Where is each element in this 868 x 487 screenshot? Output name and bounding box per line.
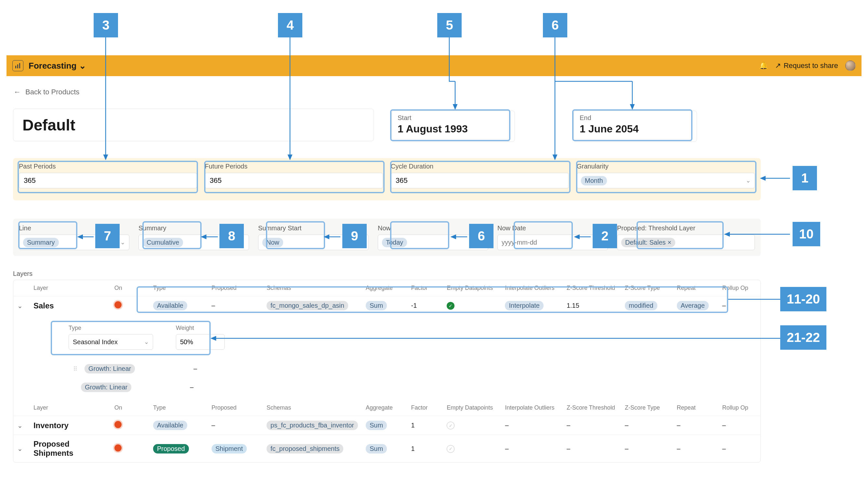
cycle-duration-input[interactable] <box>391 173 569 189</box>
future-periods-input[interactable] <box>205 173 383 189</box>
back-link[interactable]: ← Back to Products <box>14 88 79 96</box>
inv-name: Inventory <box>30 416 111 435</box>
back-label: Back to Products <box>25 88 79 96</box>
col-schemas: Schemas <box>263 280 362 296</box>
line-select[interactable]: Summary <box>19 234 129 250</box>
layers-title: Layers <box>13 270 32 278</box>
close-icon[interactable]: × <box>668 239 672 246</box>
col-type: Type <box>149 280 208 296</box>
ship-proposed: Shipment <box>212 444 247 454</box>
controls-row: Line Summary Summary Cumulative Summary … <box>13 219 761 256</box>
threshold-label: Proposed: Threshold Layer <box>617 225 755 232</box>
now-date-field[interactable] <box>502 239 596 246</box>
row-proposed-shipments[interactable]: ⌄ Proposed Shipments Proposed Shipment f… <box>13 435 761 463</box>
annotation-21-22: 21-22 <box>780 325 827 350</box>
svg-rect-16 <box>19 63 20 68</box>
arrow-left-icon: ← <box>14 88 21 96</box>
summary-value: Cumulative <box>143 238 183 247</box>
sales-ztype: modified <box>625 301 657 310</box>
sales-factor: -1 <box>407 296 443 315</box>
header-title[interactable]: Forecasting ⌄ <box>29 61 86 71</box>
start-date-label: Start <box>398 114 509 122</box>
ship-rollup: – <box>718 435 761 463</box>
granularity-field: Granularity Month <box>577 163 755 196</box>
share-button[interactable]: ↗ Request to share <box>775 61 838 70</box>
annotation-3: 3 <box>94 13 118 37</box>
sub-type-select[interactable]: Seasonal Index <box>69 334 153 350</box>
inv-repeat: – <box>673 416 718 435</box>
now-date-label: Now Date <box>497 225 608 232</box>
end-date-label: End <box>580 114 691 122</box>
check-empty-icon[interactable]: ✓ <box>447 422 455 429</box>
on-toggle-icon[interactable] <box>115 301 122 308</box>
now-select[interactable]: Today <box>378 234 488 250</box>
sales-rollup: – <box>718 296 761 315</box>
sub-row-2: ⠿ Growth: Linear – <box>13 360 761 378</box>
inv-proposed: – <box>208 416 263 435</box>
threshold-tag[interactable]: Default: Sales × <box>621 238 675 247</box>
sales-agg: Sum <box>366 301 387 310</box>
summary-label: Summary <box>138 225 249 232</box>
end-date-value: 1 June 2054 <box>580 123 691 135</box>
past-periods-input[interactable] <box>19 173 197 189</box>
inv-type: Available <box>153 421 187 430</box>
annotation-6: 6 <box>543 13 567 37</box>
ship-schema: fc_proposed_shipments <box>267 444 343 454</box>
col-empty: Empty Datapoints <box>443 280 501 296</box>
summary-select[interactable]: Cumulative <box>138 234 249 250</box>
period-row: Past Periods Future Periods Cycle Durati… <box>13 158 761 200</box>
annotation-10: 10 <box>793 222 820 246</box>
inv-agg: Sum <box>366 421 387 430</box>
now-value: Today <box>382 238 407 247</box>
sub-weight-input[interactable] <box>176 334 225 350</box>
svg-rect-14 <box>15 66 16 68</box>
line-label: Line <box>19 225 129 232</box>
on-toggle-icon[interactable] <box>115 421 122 428</box>
ship-interp: – <box>501 435 562 463</box>
share-label: Request to share <box>783 61 838 70</box>
layers-table: Layer On Type Proposed Schemas Aggregate… <box>13 280 761 463</box>
check-icon[interactable]: ✓ <box>447 302 455 310</box>
cycle-duration-label: Cycle Duration <box>391 163 569 170</box>
sub-r3-weight: – <box>190 383 193 391</box>
avatar[interactable] <box>845 60 856 71</box>
summary-start-select[interactable]: Now <box>258 234 369 250</box>
bell-icon[interactable]: 🔔 <box>759 61 768 70</box>
inv-interp: – <box>501 416 562 435</box>
on-toggle-icon[interactable] <box>115 445 122 452</box>
header-bar: Forecasting ⌄ <box>6 55 468 76</box>
col-ztype: Z-Score Type <box>621 280 673 296</box>
sub-r2-weight: – <box>193 365 197 372</box>
col-on: On <box>111 280 149 296</box>
threshold-tagbox[interactable]: Default: Sales × <box>617 234 755 250</box>
inv-zthresh: – <box>563 416 621 435</box>
drag-handle-icon[interactable]: ⠿ <box>69 365 78 372</box>
check-empty-icon[interactable]: ✓ <box>447 445 455 453</box>
granularity-select[interactable]: Month <box>577 173 755 189</box>
expand-icon[interactable]: ⌄ <box>17 302 23 309</box>
row-sales[interactable]: ⌄ Sales Available – fc_mongo_sales_dp_as… <box>13 296 761 315</box>
ship-factor: 1 <box>407 435 443 463</box>
ship-repeat: – <box>673 435 718 463</box>
sales-interp: Interpolate <box>505 301 544 310</box>
chevron-down-icon: ⌄ <box>79 61 86 71</box>
share-icon: ↗ <box>775 61 781 70</box>
granularity-value: Month <box>581 176 607 185</box>
sub-type-label: Type <box>69 325 160 332</box>
future-periods-label: Future Periods <box>205 163 383 170</box>
cycle-duration-field: Cycle Duration <box>391 163 569 196</box>
expand-icon[interactable]: ⌄ <box>17 445 23 452</box>
header-bar-right: 🔔 ↗ Request to share <box>468 55 862 76</box>
inv-factor: 1 <box>407 416 443 435</box>
app-logo-icon <box>12 60 23 71</box>
page-title-box[interactable]: Default <box>13 109 374 141</box>
row-inventory[interactable]: ⌄ Inventory Available – ps_fc_products_f… <box>13 416 761 435</box>
sub-weight-label: Weight <box>176 325 228 332</box>
header-row-2: Layer On Type Proposed Schemas Aggregate… <box>13 400 761 416</box>
header-title-text: Forecasting <box>29 61 76 71</box>
now-date-input[interactable] <box>497 234 608 250</box>
col-proposed: Proposed <box>208 280 263 296</box>
expand-icon[interactable]: ⌄ <box>17 422 23 429</box>
col-interp: Interpolate Outliers <box>501 280 562 296</box>
svg-rect-15 <box>17 64 18 68</box>
